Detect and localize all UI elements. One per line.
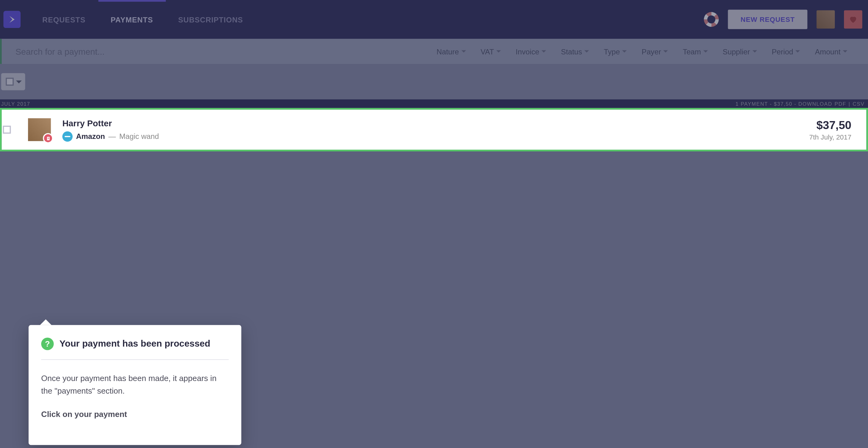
- filter-invoice[interactable]: Invoice: [516, 47, 546, 56]
- chevron-down-icon: [843, 50, 847, 53]
- month-label: JULY 2017: [1, 101, 30, 107]
- filter-nature[interactable]: Nature: [436, 47, 466, 56]
- separator: |: [848, 101, 850, 107]
- tab-requests[interactable]: REQUESTS: [30, 0, 98, 39]
- supplier-name: Amazon: [76, 132, 105, 140]
- filter-amount[interactable]: Amount: [815, 47, 847, 56]
- help-lifebuoy-icon[interactable]: [704, 12, 719, 27]
- filter-label: Period: [772, 47, 793, 56]
- receipt-badge-icon: [43, 133, 53, 143]
- logo-icon: [7, 14, 17, 24]
- payment-row[interactable]: Harry Potter Amazon — Magic wand $37,50 …: [2, 110, 866, 150]
- app-logo[interactable]: [3, 11, 21, 28]
- onboarding-tooltip: ? Your payment has been processed Once y…: [29, 325, 242, 445]
- favorite-button[interactable]: [844, 10, 862, 28]
- filter-label: Payer: [642, 47, 661, 56]
- user-avatar[interactable]: [817, 10, 835, 28]
- month-summary: 1 PAYMENT - $37,50 - DOWNLOAD PDF | CSV: [736, 101, 865, 107]
- payment-amount-block: $37,50 7th July, 2017: [809, 118, 851, 141]
- filter-supplier[interactable]: Supplier: [723, 47, 757, 56]
- tooltip-cta: Click on your payment: [41, 409, 229, 421]
- separator: —: [108, 132, 116, 140]
- filter-period[interactable]: Period: [772, 47, 800, 56]
- download-csv-link[interactable]: CSV: [852, 101, 865, 107]
- tooltip-title: Your payment has been processed: [59, 339, 210, 349]
- chevron-down-icon: [16, 80, 22, 83]
- chevron-down-icon: [752, 50, 757, 53]
- chevron-down-icon: [796, 50, 800, 53]
- filter-label: Invoice: [516, 47, 539, 56]
- filter-label: Team: [683, 47, 701, 56]
- search-input[interactable]: [2, 47, 231, 57]
- payment-description: Magic wand: [119, 132, 159, 140]
- question-mark-icon: ?: [41, 338, 54, 350]
- filter-label: Supplier: [723, 47, 750, 56]
- filter-label: Nature: [436, 47, 459, 56]
- payer-name: Harry Potter: [62, 118, 159, 128]
- supplier-icon: [62, 131, 72, 141]
- select-all-dropdown[interactable]: [1, 73, 25, 90]
- filter-label: Status: [561, 47, 582, 56]
- chevron-down-icon: [622, 50, 627, 53]
- tooltip-body-text: Once your payment has been made, it appe…: [41, 372, 229, 397]
- heart-icon: [848, 15, 858, 24]
- tab-subscriptions[interactable]: SUBSCRIPTIONS: [165, 0, 256, 39]
- filter-team[interactable]: Team: [683, 47, 708, 56]
- chevron-down-icon: [496, 50, 501, 53]
- payer-avatar: [28, 118, 51, 141]
- chevron-down-icon: [541, 50, 546, 53]
- select-all-checkbox[interactable]: [6, 78, 14, 86]
- payment-amount: $37,50: [809, 118, 851, 132]
- filter-label: Type: [604, 47, 620, 56]
- filter-payer[interactable]: Payer: [642, 47, 668, 56]
- payment-date: 7th July, 2017: [809, 133, 851, 141]
- new-request-button[interactable]: NEW REQUEST: [728, 10, 807, 29]
- filter-vat[interactable]: VAT: [481, 47, 501, 56]
- filter-type[interactable]: Type: [604, 47, 627, 56]
- filter-label: VAT: [481, 47, 494, 56]
- filter-status[interactable]: Status: [561, 47, 589, 56]
- payment-info: Harry Potter Amazon — Magic wand: [62, 118, 159, 141]
- nav-tabs: REQUESTS PAYMENTS SUBSCRIPTIONS: [30, 0, 256, 39]
- month-summary-text: 1 PAYMENT - $37,50 - DOWNLOAD: [736, 101, 832, 107]
- filter-label: Amount: [815, 47, 840, 56]
- chevron-down-icon: [461, 50, 466, 53]
- chevron-down-icon: [584, 50, 589, 53]
- row-checkbox[interactable]: [3, 126, 11, 134]
- chevron-down-icon: [703, 50, 708, 53]
- tab-payments[interactable]: PAYMENTS: [98, 0, 166, 39]
- download-pdf-link[interactable]: PDF: [835, 101, 846, 107]
- chevron-down-icon: [663, 50, 668, 53]
